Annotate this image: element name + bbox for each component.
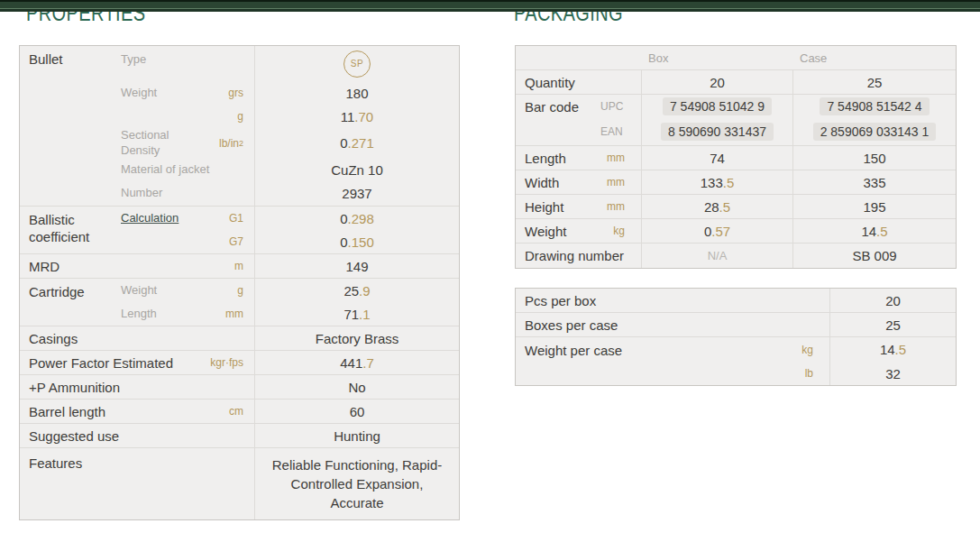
quantity-label: Quantity — [516, 75, 575, 90]
property-row-bullet: Bullet Type SP Weight grs 180 g 11.70 Se… — [20, 46, 459, 206]
cartridge-length-label: Length — [121, 302, 225, 326]
weight-per-case-label: Weight per case — [516, 337, 759, 385]
mrd-unit: m — [234, 254, 254, 278]
packaging-row-height: Height mm 28.5 195 — [516, 194, 956, 218]
cartridge-length-value: 71.1 — [254, 302, 459, 326]
property-row-mrd: MRD m 149 — [20, 253, 459, 278]
ean-label: EAN — [600, 118, 641, 145]
weight-per-case-kg-value: 14.5 — [829, 337, 956, 362]
g7-value: 0.150 — [254, 230, 459, 253]
weight-case-value: 14.5 — [792, 219, 956, 243]
boxes-per-case-value: 25 — [829, 313, 956, 336]
quantity-box-value: 20 — [641, 70, 792, 94]
sectional-density-unit: lb/in2 — [219, 128, 254, 158]
p-ammunition-value: No — [254, 375, 459, 399]
weight-box-value: 0.57 — [641, 219, 792, 243]
features-value: Reliable Functioning, Rapid-Controlled E… — [254, 448, 459, 519]
bullet-group-label: Bullet — [20, 46, 121, 206]
height-case-value: 195 — [792, 195, 956, 218]
casings-value: Factory Brass — [254, 326, 459, 350]
upc-box-value: 7 54908 51042 9 — [663, 97, 772, 115]
packaging-summary-table: Pcs per box 20 Boxes per case 25 Weight … — [515, 288, 957, 386]
power-factor-unit: kgr·fps — [210, 351, 254, 374]
top-navigation-bar — [0, 0, 980, 12]
g1-value: 0.298 — [254, 207, 459, 230]
bullet-weight-g-unit: g — [237, 105, 254, 128]
bullet-weight-label: Weight — [121, 81, 228, 105]
packaging-table: Box Case Quantity 20 25 Bar code UPC 7 5… — [515, 45, 957, 269]
drawing-number-case-value: SB 009 — [792, 244, 956, 268]
cartridge-weight-value: 25.9 — [254, 279, 459, 302]
property-row-power-factor: Power Factor Estimated kgr·fps 441.7 — [20, 350, 459, 374]
bullet-type-sp-badge[interactable]: SP — [343, 51, 371, 78]
power-factor-label: Power Factor Estimated — [20, 351, 210, 374]
cartridge-weight-unit: g — [237, 279, 254, 302]
cartridge-group-label: Cartridge — [20, 279, 121, 326]
property-row-cartridge: Cartridge Weight g 25.9 Length mm 71.1 — [20, 278, 459, 326]
height-box-value: 28.5 — [641, 195, 792, 218]
property-row-features: Features Reliable Functioning, Rapid-Con… — [20, 447, 459, 519]
packaging-row-barcode: Bar code UPC 7 54908 51042 9 7 54908 515… — [516, 94, 956, 145]
mrd-label: MRD — [20, 254, 234, 278]
cartridge-weight-label: Weight — [121, 279, 237, 302]
packaging-header-row: Box Case — [516, 46, 956, 69]
upc-case-value: 7 54908 51542 4 — [820, 97, 929, 115]
calculation-link[interactable]: Calculation — [121, 211, 179, 225]
length-label: Length — [516, 151, 566, 166]
drawing-number-box-value: N/A — [708, 249, 728, 262]
sectional-density-value: 0.271 — [254, 128, 459, 158]
width-case-value: 335 — [792, 170, 956, 194]
packaging-row-drawing-number: Drawing number N/A SB 009 — [516, 243, 956, 268]
weight-per-case-lb-unit: lb — [759, 362, 829, 385]
bullet-number-label: Number — [121, 181, 243, 206]
column-header-box: Box — [641, 46, 792, 69]
pcs-per-box-label: Pcs per box — [516, 289, 829, 312]
casings-label: Casings — [20, 326, 243, 350]
g1-unit: G1 — [229, 207, 254, 230]
material-of-jacket-label: Material of jacket — [121, 158, 243, 181]
ballistic-coefficient-label: Ballistic coefficient — [20, 207, 121, 253]
power-factor-value: 441.7 — [254, 351, 459, 374]
sectional-density-label: Sectional Density — [121, 128, 219, 158]
packaging-row-width: Width mm 133.5 335 — [516, 170, 956, 194]
row-boxes-per-case: Boxes per case 25 — [516, 312, 956, 336]
features-label: Features — [20, 448, 243, 519]
material-of-jacket-value: CuZn 10 — [254, 158, 459, 181]
weight-unit: kg — [613, 225, 641, 237]
weight-label: Weight — [516, 224, 566, 239]
pcs-per-box-value: 20 — [829, 289, 956, 312]
weight-per-case-kg-unit: kg — [759, 337, 829, 362]
property-row-casings: Casings Factory Brass — [20, 326, 459, 350]
bullet-number-value: 2937 — [254, 181, 459, 206]
packaging-row-quantity: Quantity 20 25 — [516, 69, 956, 94]
cartridge-length-unit: mm — [225, 302, 254, 326]
width-label: Width — [516, 175, 559, 190]
length-unit: mm — [607, 152, 641, 164]
bullet-type-label: Type — [121, 46, 243, 81]
barcode-group-label: Bar code — [516, 95, 600, 145]
property-row-suggested-use: Suggested use Hunting — [20, 423, 459, 447]
height-unit: mm — [607, 200, 641, 213]
property-row-p-ammunition: +P Ammunition No — [20, 374, 459, 399]
suggested-use-value: Hunting — [254, 424, 459, 447]
barrel-length-value: 60 — [254, 400, 459, 423]
ean-box-value: 8 590690 331437 — [661, 123, 774, 141]
properties-table: Bullet Type SP Weight grs 180 g 11.70 Se… — [19, 45, 460, 520]
length-box-value: 74 — [641, 146, 792, 170]
g7-unit: G7 — [229, 230, 254, 253]
weight-per-case-lb-value: 32 — [829, 362, 956, 385]
barrel-length-label: Barrel length — [20, 400, 229, 423]
quantity-case-value: 25 — [792, 70, 956, 94]
property-row-barrel-length: Barrel length cm 60 — [20, 399, 459, 423]
bullet-weight-g-value: 11.70 — [254, 105, 459, 128]
height-label: Height — [516, 199, 563, 215]
barrel-length-unit: cm — [229, 400, 254, 423]
width-unit: mm — [607, 176, 641, 188]
mrd-value: 149 — [254, 254, 459, 278]
column-header-case: Case — [792, 46, 956, 69]
bullet-weight-grs-unit: grs — [228, 81, 254, 105]
boxes-per-case-label: Boxes per case — [516, 313, 829, 336]
ean-case-value: 2 859069 033143 1 — [813, 123, 937, 141]
property-row-ballistic-coefficient: Ballistic coefficient Calculation G1 0.2… — [20, 206, 459, 253]
p-ammunition-label: +P Ammunition — [20, 375, 243, 399]
